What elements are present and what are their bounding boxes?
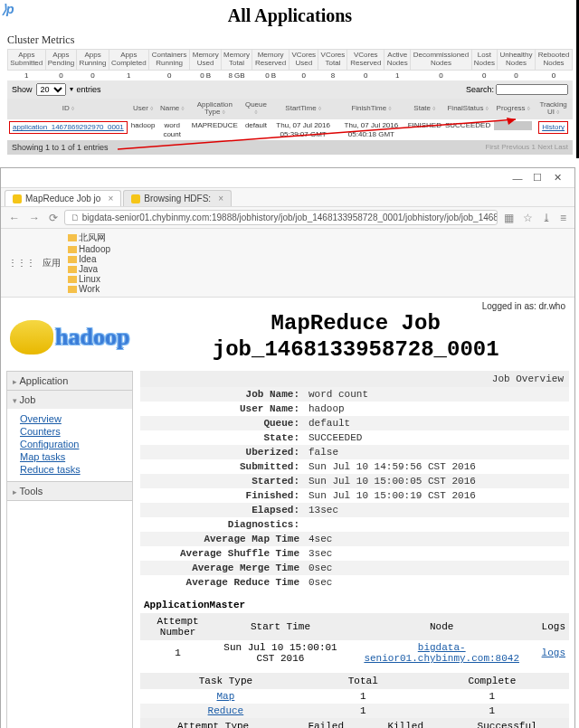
forward-button[interactable]: →: [26, 212, 43, 224]
elephant-icon: [10, 320, 53, 355]
left-nav: Application Job OverviewCountersConfigur…: [6, 371, 133, 728]
apps-col[interactable]: StartTime ◊: [270, 99, 337, 120]
bookmark-folder[interactable]: Linux: [68, 274, 110, 284]
application-id-link[interactable]: application_1467869292970_0001: [13, 123, 124, 131]
app-progress: [492, 119, 534, 140]
apps-col[interactable]: FinishTime ◊: [337, 99, 405, 120]
kv-row: Queue:default: [140, 416, 569, 430]
table-row: Map11: [140, 689, 569, 704]
nav-link-map-tasks[interactable]: Map tasks: [20, 450, 132, 463]
nav-link-overview[interactable]: Overview: [20, 412, 132, 425]
app-state: FINISHED: [406, 119, 443, 140]
apps-col[interactable]: User ◊: [129, 99, 157, 120]
nav-link-configuration[interactable]: Configuration: [20, 438, 132, 450]
app-finish: Thu, 07 Jul 2016 05:40:18 GMT: [337, 119, 405, 140]
star-icon[interactable]: ☆: [520, 212, 536, 224]
apps-col[interactable]: Queue ◊: [242, 99, 270, 120]
tab-mapreduce-job[interactable]: MapReduce Job jo ×: [5, 190, 121, 206]
bookmark-folder[interactable]: Work: [68, 284, 110, 294]
kv-row: Average Shuffle Time3sec: [140, 546, 569, 561]
app-user: hadoop: [129, 119, 157, 140]
bookmark-folder[interactable]: Hadoop: [68, 244, 110, 254]
page-title: All Applications: [7, 5, 573, 26]
kv-row: Elapsed:13sec: [140, 503, 569, 517]
metrics-col: Memory Total: [221, 50, 252, 71]
menu-button[interactable]: ≡: [557, 212, 569, 224]
show-label: Show: [12, 85, 33, 94]
application-master-table: Attempt NumberStart TimeNodeLogs 1 Sun J…: [140, 613, 569, 666]
am-node-link[interactable]: bigdata-senior01.chybinmy.com:8042: [364, 642, 519, 664]
job-overview-header: Job Overview: [140, 371, 569, 387]
nav-link-reduce-tasks[interactable]: Reduce tasks: [20, 463, 132, 476]
nav-tools[interactable]: Tools: [7, 482, 132, 500]
application-master-header: ApplicationMaster: [140, 597, 569, 613]
apps-col[interactable]: Progress ◊: [492, 99, 534, 120]
metrics-col: Containers Running: [148, 50, 190, 71]
nav-application[interactable]: Application: [7, 372, 132, 390]
metrics-col: Unhealthy Nodes: [497, 50, 535, 71]
qr-icon[interactable]: ▦: [501, 212, 517, 224]
back-button[interactable]: ←: [6, 212, 23, 224]
task-type-table: Task TypeTotalComplete Map11Reduce11: [140, 673, 569, 718]
hadoop-small-logo: ⟩p: [2, 2, 14, 16]
app-queue: default: [242, 119, 270, 140]
apps-col[interactable]: Name ◊: [157, 99, 187, 120]
bookmark-folder[interactable]: 北风网: [68, 232, 110, 244]
cluster-metrics-table: Apps SubmittedApps PendingApps RunningAp…: [7, 49, 573, 80]
task-type-link[interactable]: Reduce: [208, 705, 244, 716]
metrics-col: Active Nodes: [384, 50, 411, 71]
reload-button[interactable]: ⟳: [46, 212, 61, 224]
paging-controls[interactable]: First Previous 1 Next Last: [485, 143, 568, 152]
apps-col[interactable]: State ◊: [406, 99, 443, 120]
bookmark-folder[interactable]: Java: [68, 264, 110, 274]
metrics-col: Apps Pending: [45, 50, 77, 71]
download-icon[interactable]: ⤓: [539, 212, 554, 224]
app-final: SUCCEEDED: [443, 119, 492, 140]
app-name: word count: [157, 119, 187, 140]
am-attempt-number: 1: [140, 640, 215, 666]
metrics-col: VCores Reserved: [347, 50, 384, 71]
entries-select[interactable]: 20: [36, 83, 66, 96]
am-logs-link[interactable]: logs: [542, 648, 565, 658]
close-icon[interactable]: ×: [108, 194, 113, 203]
kv-row: User Name:hadoop: [140, 402, 569, 416]
task-type-link[interactable]: Map: [217, 691, 235, 702]
apps-col[interactable]: Application Type ◊: [187, 99, 242, 120]
maximize-button[interactable]: ☐: [527, 172, 547, 184]
metrics-col: Rebooted Nodes: [536, 50, 573, 71]
apps-icon[interactable]: ⋮⋮⋮: [8, 258, 35, 268]
apps-col[interactable]: FinalStatus ◊: [443, 99, 492, 120]
kv-row: Finished:Sun Jul 10 15:00:19 CST 2016: [140, 488, 569, 503]
kv-row: Average Map Time4sec: [140, 532, 569, 546]
apps-col[interactable]: ID ◊: [7, 99, 129, 120]
nav-link-counters[interactable]: Counters: [20, 425, 132, 438]
minimize-button[interactable]: —: [508, 173, 527, 184]
tab-browsing-hdfs[interactable]: Browsing HDFS: ×: [123, 190, 232, 206]
history-link[interactable]: History: [542, 123, 565, 131]
address-bar[interactable]: 🗋 bigdata-senior01.chybinmy.com:19888/jo…: [64, 210, 498, 225]
favicon-icon: [131, 194, 140, 203]
entries-label: entries: [77, 85, 101, 94]
close-icon[interactable]: ×: [218, 194, 223, 203]
metrics-col: Memory Used: [190, 50, 221, 71]
close-button[interactable]: ✕: [547, 172, 567, 184]
job-title: MapReduce Job job_1468133958728_0001: [142, 311, 569, 364]
search-input[interactable]: [496, 84, 568, 95]
metrics-col: Apps Running: [77, 50, 109, 71]
bookmark-folder[interactable]: Idea: [68, 254, 110, 264]
kv-row: Uberized:false: [140, 445, 569, 459]
kv-row: Started:Sun Jul 10 15:00:05 CST 2016: [140, 474, 569, 488]
bookmarks-label: 应用: [43, 257, 61, 269]
apps-col[interactable]: Tracking UI ◊: [534, 99, 573, 120]
app-type: MAPREDUCE: [187, 119, 242, 140]
metrics-col: Apps Submitted: [8, 50, 46, 71]
applications-table: ID ◊User ◊Name ◊Application Type ◊Queue …: [7, 99, 573, 141]
nav-job[interactable]: Job: [7, 391, 132, 409]
logged-in-text: Logged in as: dr.who: [6, 301, 569, 311]
window-titlebar: — ☐ ✕: [1, 168, 574, 188]
kv-row: Average Merge Time0sec: [140, 561, 569, 575]
search-label: Search:: [466, 85, 494, 94]
kv-row: Job Name:word count: [140, 387, 569, 402]
hadoop-logo[interactable]: hadoop: [6, 317, 133, 358]
kv-row: State:SUCCEEDED: [140, 430, 569, 445]
